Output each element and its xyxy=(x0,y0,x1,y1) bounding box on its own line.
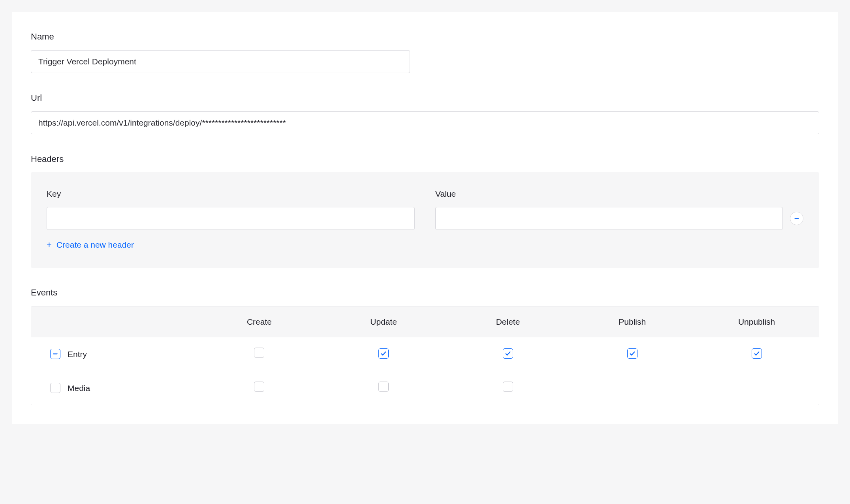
events-row-checkbox[interactable] xyxy=(50,349,60,359)
headers-value-label: Value xyxy=(435,188,803,199)
headers-key-col: Key xyxy=(47,188,415,229)
events-table-head: Create Update Delete Publish Unpublish xyxy=(31,307,819,337)
events-col-publish: Publish xyxy=(570,307,694,337)
events-col-unpublish: Unpublish xyxy=(694,307,819,337)
events-checkbox[interactable] xyxy=(254,382,264,392)
add-header-button[interactable]: + Create a new header xyxy=(47,240,134,250)
events-cell xyxy=(322,371,446,405)
events-col-blank xyxy=(31,307,197,337)
events-cell xyxy=(446,338,570,370)
events-row-head: Entry xyxy=(31,338,197,370)
add-header-label: Create a new header xyxy=(56,240,134,250)
minus-icon xyxy=(52,351,58,357)
name-label: Name xyxy=(31,31,819,43)
headers-row: Key Value xyxy=(47,188,803,229)
headers-group: Headers Key Value + xyxy=(31,153,819,268)
check-icon xyxy=(754,350,760,357)
events-cell xyxy=(694,338,819,370)
events-group: Events Create Update Delete Publish Unpu… xyxy=(31,287,819,405)
headers-panel: Key Value + Create a new header xyxy=(31,172,819,267)
events-checkbox[interactable] xyxy=(503,348,513,359)
headers-value-col: Value xyxy=(435,188,803,229)
url-group: Url xyxy=(31,92,819,134)
events-col-delete: Delete xyxy=(446,307,570,337)
url-label: Url xyxy=(31,92,819,104)
events-cell xyxy=(322,338,446,370)
headers-label: Headers xyxy=(31,153,819,165)
events-checkbox[interactable] xyxy=(254,348,264,358)
events-checkbox[interactable] xyxy=(752,348,762,359)
check-icon xyxy=(505,350,511,357)
url-input[interactable] xyxy=(31,111,819,134)
events-row-label: Entry xyxy=(68,348,87,360)
events-cell xyxy=(197,371,322,405)
name-group: Name xyxy=(31,31,819,73)
events-row-checkbox[interactable] xyxy=(50,383,60,393)
webhook-form: Name Url Headers Key Value xyxy=(12,12,838,424)
header-value-input[interactable] xyxy=(435,207,783,230)
events-checkbox[interactable] xyxy=(378,382,389,392)
events-cell xyxy=(570,338,694,370)
events-row: Media xyxy=(31,371,819,405)
name-input[interactable] xyxy=(31,50,410,73)
events-cell xyxy=(197,337,322,371)
events-cell xyxy=(694,378,819,398)
events-row: Entry xyxy=(31,337,819,371)
header-key-input[interactable] xyxy=(47,207,415,230)
plus-icon: + xyxy=(47,241,52,249)
events-checkbox[interactable] xyxy=(378,348,389,359)
events-cell xyxy=(446,371,570,405)
headers-key-label: Key xyxy=(47,188,415,199)
events-checkbox[interactable] xyxy=(627,348,638,359)
events-label: Events xyxy=(31,287,819,299)
events-col-update: Update xyxy=(322,307,446,337)
check-icon xyxy=(380,350,387,357)
events-col-create: Create xyxy=(197,307,322,337)
events-table: Create Update Delete Publish Unpublish E… xyxy=(31,306,819,405)
events-cell xyxy=(570,378,694,398)
events-checkbox[interactable] xyxy=(503,382,513,392)
header-value-wrap xyxy=(435,207,803,230)
events-row-label: Media xyxy=(68,382,90,394)
check-icon xyxy=(629,350,636,357)
remove-header-button[interactable] xyxy=(790,212,803,225)
minus-icon xyxy=(794,216,799,221)
events-row-head: Media xyxy=(31,372,197,404)
